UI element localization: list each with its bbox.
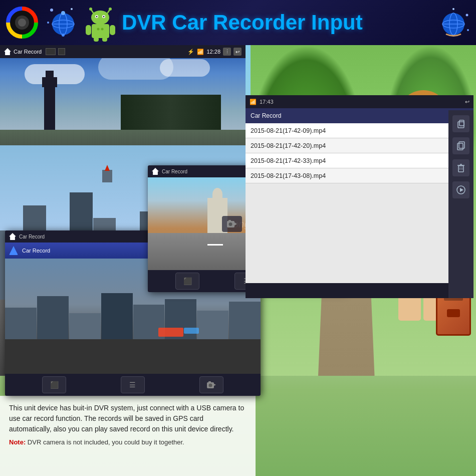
file-name-2: 2015-08-21(17-42-20).mp4 [251,142,326,149]
file-item-1[interactable]: 2015-08-21(17-42-09).mp4 [246,123,448,138]
svg-point-6 [47,22,49,24]
main-container: DVR Car Recorder Input [0,0,476,476]
file-panel-statusbar: 📶 17:43 ↩ [246,95,473,108]
prev-bldg-2 [37,296,69,339]
list-button[interactable]: ☰ [121,376,145,393]
android-robot-icon [82,4,119,42]
svg-rect-24 [110,25,115,35]
svg-point-14 [89,8,92,11]
back-btn-top[interactable]: ↩ [233,48,242,56]
svg-point-41 [228,222,232,226]
up-arrow-icon[interactable] [9,246,18,255]
app-name-mid: Car Record [162,169,187,174]
svg-rect-42 [228,220,231,221]
svg-point-28 [101,28,104,30]
stop-btn-mid[interactable]: ⬛ [175,273,199,290]
bt-icon: ⚡ [187,49,194,55]
home-btn-top[interactable] [4,48,11,55]
svg-rect-48 [458,122,464,128]
description-text-area: This unit device has buit-in DVR system,… [0,396,256,476]
prev-bldg-4 [101,293,133,339]
file-panel-title: Car Record [251,112,281,119]
svg-rect-25 [94,37,99,42]
globe-left-icon [44,5,79,40]
header-area: DVR Car Recorder Input [0,0,476,45]
file-item-4[interactable]: 2015-08-21(17-43-08).mp4 [246,168,448,183]
file-panel-body: 2015-08-21(17-42-09).mp4 2015-08-21(17-4… [246,123,473,298]
file-panel-header: Car Record [246,108,473,123]
kremlin-tower [102,170,112,182]
file-list-panel: 📶 17:43 ↩ Car Record 2015-08-21(17-42-09… [246,95,473,298]
file-name-3: 2015-08-21(17-42-33).mp4 [251,157,326,164]
menu-btn[interactable]: ⋮ [223,48,231,56]
copy-action-button[interactable] [452,115,469,132]
svg-point-29 [452,8,454,10]
car-record-label: Car Record [22,248,50,254]
kremlin-dome [212,188,222,200]
bigben-spire-base [46,71,54,80]
top-status-bar-left: Car Record ⚡ 📶 12:28 ⋮ ↩ [0,45,246,58]
svg-rect-26 [102,37,107,42]
svg-point-11 [62,34,65,37]
home-icon-mid[interactable] [152,168,159,175]
file-action-sidebar [448,110,473,298]
thumb-icon-2[interactable] [58,48,65,55]
camera-icon-overlay[interactable] [222,216,242,232]
prev-bldg-1 [5,308,37,339]
svg-rect-22 [92,24,109,38]
note-label: Note: [9,438,26,446]
svg-marker-58 [460,188,463,192]
file-name-1: 2015-08-21(17-42-09).mp4 [251,127,326,134]
neon-sign [158,328,183,337]
svg-rect-50 [457,143,463,150]
note-paragraph: Note: DVR camera is not included, you co… [9,438,247,446]
main-description: This unit device has buit-in DVR system,… [9,403,247,434]
prev-bldg-8 [229,302,261,339]
globe-right-icon [436,5,471,40]
svg-point-5 [71,8,73,10]
app-name-top-left: Car Record [14,49,42,55]
svg-point-20 [96,16,98,17]
header-title: DVR Car Recorder Input [122,11,436,35]
svg-point-31 [467,29,469,31]
content-area: Car Record Car Record St Car Record [0,45,476,476]
preview-road [5,339,261,374]
file-item-2[interactable]: 2015-08-21(17-42-20).mp4 [246,138,448,153]
file-name-4: 2015-08-21(17-43-08).mp4 [251,172,326,179]
svg-point-21 [103,16,105,17]
prev-bldg-7 [197,311,228,340]
bigben-tower [44,85,55,130]
file-item-3[interactable]: 2015-08-21(17-42-33).mp4 [246,153,448,168]
road-line [207,244,223,246]
delete-action-button[interactable] [452,159,469,176]
app-name-label: Car Record [19,234,45,240]
prev-bldg-3 [69,313,101,339]
duplicate-action-button[interactable] [452,137,469,154]
svg-rect-38 [208,381,211,383]
svg-rect-49 [459,120,464,126]
home-icon[interactable] [9,233,16,240]
svg-point-17 [91,11,109,25]
svg-point-3 [18,19,26,27]
neon-sign-2 [184,328,199,334]
time-top-left: 12:28 [206,49,220,55]
camera-button[interactable] [199,376,223,393]
controls-bottom-left: ⬛ ☰ [5,374,261,396]
kremlin-star [105,165,110,171]
back-btn-right[interactable]: ↩ [465,99,469,105]
svg-point-27 [97,28,100,30]
thumb-icon-1[interactable] [46,48,56,55]
play-action-button[interactable] [452,181,469,198]
note-content: DVR camera is not included, you could bu… [26,438,184,446]
svg-marker-43 [234,222,237,225]
svg-point-4 [50,9,53,12]
svg-rect-23 [86,25,91,35]
svg-point-30 [466,14,468,17]
trees-silhouette [121,95,221,130]
stop-button[interactable]: ⬛ [42,376,66,393]
svg-rect-52 [458,166,463,172]
svg-marker-39 [214,384,216,386]
wifi-icon-top: 📶 [197,49,204,55]
svg-point-16 [109,8,112,11]
svg-point-37 [208,384,212,387]
